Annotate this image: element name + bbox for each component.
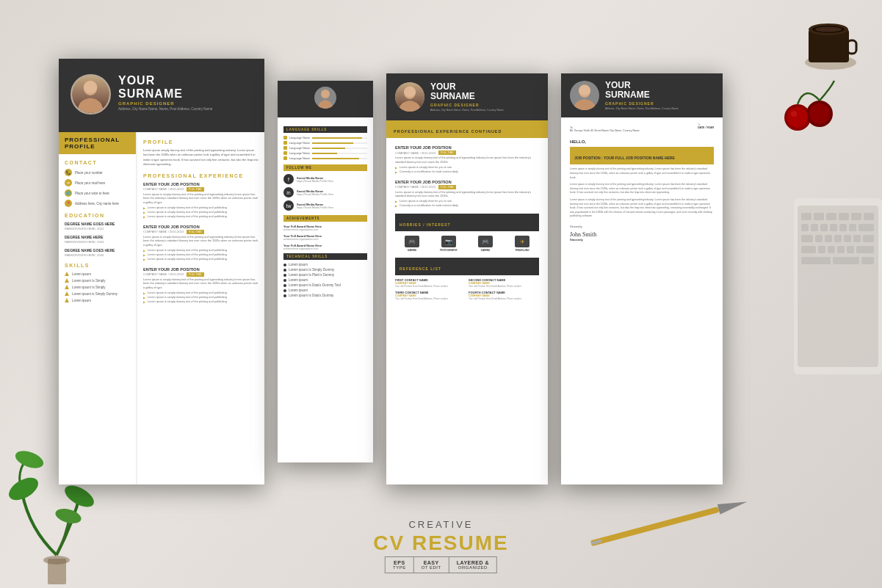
skills-title: SKILLS xyxy=(65,263,130,268)
contact-web: 🌐 Place your wice to here xyxy=(65,189,130,197)
prof-label: PROFESSIONAL xyxy=(65,137,130,143)
badges-row: EPS TYPE EASY OT EDIT LAYERED & ORGANIZE… xyxy=(385,556,497,573)
svg-point-9 xyxy=(809,104,830,124)
svg-point-53 xyxy=(321,90,330,98)
creative-label: CREATIVE xyxy=(408,519,473,530)
person-surname-1: SURNAME xyxy=(118,87,212,101)
profile-text: Lorem ipsum simply dummy text of the pri… xyxy=(143,148,259,167)
cover-date: To DATE / YEAR xyxy=(698,123,714,129)
page3-header xyxy=(278,81,373,117)
name-block-1: YOUR SURNAME GRAPHIC DESIGNER Address, C… xyxy=(118,70,212,115)
cover-job-bar: JOB POSITION : YOUR FULL JOB POSITION NA… xyxy=(570,147,714,164)
hobby-2: 📷 PHOTOGRAPHY xyxy=(432,236,466,252)
lang-4: Language Name xyxy=(283,151,367,155)
coffee-cup-decoration xyxy=(794,7,867,81)
svg-point-8 xyxy=(787,107,808,128)
cherries-decoration xyxy=(776,73,842,139)
svg-rect-36 xyxy=(844,235,851,242)
svg-rect-33 xyxy=(815,235,823,242)
tech-4: Lorem ipsum xyxy=(283,278,367,282)
svg-rect-42 xyxy=(837,246,845,253)
job-1: ENTER YOUR JOB POSITION COMPANY NAME / 2… xyxy=(143,182,259,219)
reference-grid: FIRST CONTACT NAME COMPANY NAME Your Job… xyxy=(395,278,539,300)
p2-job-1: ENTER YOUR JOB POSITION COMPANY NAME / 2… xyxy=(395,145,539,173)
svg-rect-23 xyxy=(851,213,861,220)
lang-3: Language Name xyxy=(283,146,367,150)
edu-item-1: DEGREE NAME GOES HERE RANK/DIVISION HERE… xyxy=(65,222,130,231)
page3-body: LANGUAGE SKILLS Language Name Language N… xyxy=(278,117,373,305)
svg-rect-35 xyxy=(834,235,842,242)
svg-rect-26 xyxy=(811,224,818,231)
reference-section-bar: REFERENCE LIST xyxy=(395,258,539,275)
svg-rect-41 xyxy=(828,246,835,253)
job-3: ENTER YOUR JOB POSITION COMPANY NAME / 2… xyxy=(143,267,259,304)
social-3: tw Social Media Name https://Social Medi… xyxy=(283,200,367,211)
page2-body: ENTER YOUR JOB POSITION COMPANY NAME / 2… xyxy=(386,138,548,484)
page1-sidebar: PROFESSIONAL PROFILE CONTACT 📞 Place you… xyxy=(59,132,136,484)
ach-2: Your Full Award Name Here achievement.or… xyxy=(283,234,367,241)
person-title-1: GRAPHIC DESIGNER xyxy=(118,101,212,106)
ach-1: Your Full Award Name Here achievement.or… xyxy=(283,225,367,231)
avatar-2 xyxy=(395,82,424,112)
ref-3: THIRD CONTACT NAME COMPANY NAME Your Job… xyxy=(395,291,466,300)
svg-rect-39 xyxy=(801,246,816,253)
skill-4: Lorem ipsum is Simply Dummy xyxy=(65,291,130,296)
page2-header: YOUR SURNAME GRAPHIC DESIGNER Address, C… xyxy=(386,73,548,120)
cover-to-block: To, Mr. George Smith 45 Street Name City… xyxy=(570,126,640,132)
contact-email: ✉ Place your mail here xyxy=(65,179,130,186)
ach-3: Your Full Award Name Here achievement.or… xyxy=(283,244,367,250)
tech-5: Lorem ipsum Is Data's Dummy Tool xyxy=(283,283,367,287)
svg-rect-37 xyxy=(853,235,861,242)
edu-item-2: DEGREE NAME HERE RANK/DIVISION HERE, 202… xyxy=(65,235,130,244)
resume-page-4: YOUR SURNAME GRAPHIC DESIGNER Address, C… xyxy=(561,73,723,484)
page1-body: PROFESSIONAL PROFILE CONTACT 📞 Place you… xyxy=(59,132,264,484)
svg-rect-31 xyxy=(858,224,874,231)
svg-rect-19 xyxy=(801,213,811,220)
badge-layered: LAYERED & ORGANIZED xyxy=(449,557,496,573)
social-1: f Social Media Name https://Social Media… xyxy=(283,174,367,184)
badge-eps: EPS TYPE xyxy=(386,557,414,573)
svg-rect-40 xyxy=(818,246,825,253)
svg-rect-46 xyxy=(833,257,859,264)
resume-page-2: YOUR SURNAME GRAPHIC DESIGNER Address, C… xyxy=(386,73,548,484)
page4-header: YOUR SURNAME GRAPHIC DESIGNER Address, C… xyxy=(561,73,723,117)
lang-1: Language Name xyxy=(283,136,367,139)
svg-rect-25 xyxy=(801,224,809,231)
hobby-1: 🎮 GAMING xyxy=(395,236,429,252)
svg-rect-44 xyxy=(856,246,874,253)
job-2: ENTER YOUR JOB POSITION COMPANY NAME / 2… xyxy=(143,225,259,261)
achievement-section-bar: ACHIEVEMENTS xyxy=(283,215,367,222)
avatar-4 xyxy=(570,81,599,110)
page2-section-bar: PROFESSIONAL EXPERIENCE CONTINUED xyxy=(386,120,548,138)
tech-7: Lorem ipsum Is Data's Dummy xyxy=(283,294,367,297)
cover-para-2: Lorem ipsum is simply dummy text of the … xyxy=(570,183,714,195)
svg-rect-28 xyxy=(830,224,837,231)
experience-title: PROFESSIONAL EXPERIENCE xyxy=(143,173,259,178)
tech-6: Lorem ipsum xyxy=(283,288,367,292)
resume-page-1: YOUR SURNAME GRAPHIC DESIGNER Address, C… xyxy=(59,59,264,484)
skill-5: Lorem ipsum xyxy=(65,298,130,302)
lang-5: Language Name xyxy=(283,156,367,160)
prof-label2: PROFILE xyxy=(65,143,130,150)
lang-2: Language Name xyxy=(283,141,367,145)
ref-2: SECOND CONTACT NAME COMPANY NAME Your Jo… xyxy=(469,278,539,288)
svg-point-55 xyxy=(404,87,416,97)
follow-section-bar: FOLLOW ME xyxy=(283,164,367,171)
tech-2: Lorem ipsum Is Simply Dummy xyxy=(283,268,367,272)
cv-resume-title: CV RESUME xyxy=(373,533,508,553)
svg-rect-47 xyxy=(861,257,874,264)
lang-section-bar: LANGUAGE SKILLS xyxy=(283,126,367,133)
signature-block: Sincerely, John Smith Sincerely xyxy=(570,225,714,242)
svg-point-10 xyxy=(791,111,797,117)
bottom-label-block: CREATIVE CV RESUME EPS TYPE EASY OT EDIT… xyxy=(373,519,508,573)
svg-rect-27 xyxy=(820,224,828,231)
page1-header: YOUR SURNAME GRAPHIC DESIGNER Address, C… xyxy=(59,59,264,132)
tech-3: Lorem ipsum Is Plain's Dummy xyxy=(283,273,367,277)
contact-phone: 📞 Place your number xyxy=(65,169,130,176)
page1-main-col: PROFILE Lorem ipsum simply dummy text of… xyxy=(136,132,264,484)
svg-point-57 xyxy=(579,85,590,95)
svg-rect-45 xyxy=(801,257,831,264)
person-name-1: YOUR xyxy=(118,74,212,87)
page2-name-block: YOUR SURNAME GRAPHIC DESIGNER Address, C… xyxy=(430,82,504,112)
svg-rect-30 xyxy=(849,224,856,231)
